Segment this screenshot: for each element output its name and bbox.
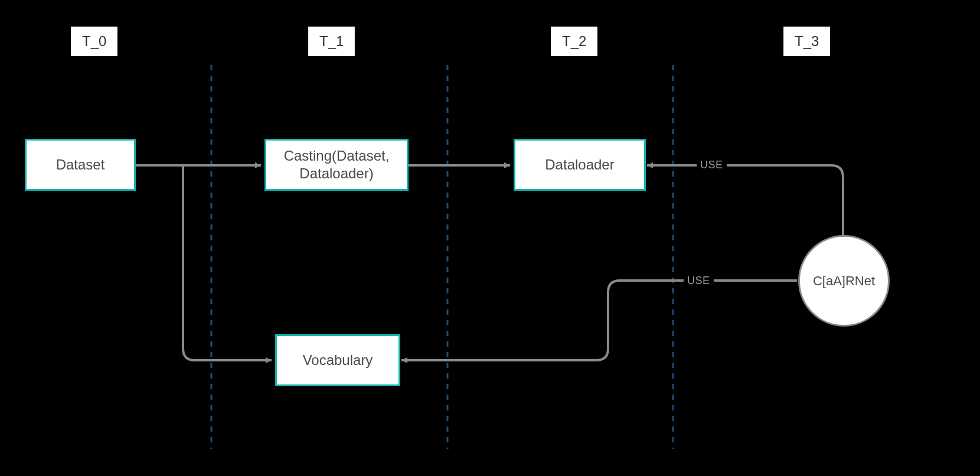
node-vocabulary: Vocabulary [275, 334, 400, 386]
node-dataset: Dataset [25, 139, 136, 191]
node-carnet: C[aA]RNet [798, 235, 890, 327]
node-dataloader: Dataloader [514, 139, 646, 191]
edge-carnet-to-dataloader [647, 165, 843, 242]
phase-label-text: T_0 [82, 33, 106, 49]
edge-label-use-dataloader: USE [697, 158, 727, 172]
phase-label-t2: T_2 [551, 27, 597, 56]
edge-label-text: USE [687, 275, 710, 286]
edge-label-text: USE [700, 159, 723, 171]
node-casting: Casting(Dataset, Dataloader) [264, 139, 409, 191]
edge-label-use-vocabulary: USE [684, 273, 714, 288]
phase-label-text: T_1 [319, 33, 344, 49]
node-label: Dataloader [545, 156, 614, 174]
edge-dataset-to-vocabulary [183, 165, 272, 360]
node-label: Dataset [56, 156, 105, 174]
diagram-stage: T_0 T_1 T_2 T_3 Dataset Casting(Dataset,… [0, 0, 980, 476]
phase-label-t0: T_0 [71, 27, 117, 56]
phase-label-text: T_3 [795, 33, 819, 49]
node-label: Vocabulary [303, 351, 373, 369]
phase-label-text: T_2 [562, 33, 586, 49]
node-label: C[aA]RNet [813, 273, 875, 289]
phase-label-t3: T_3 [783, 27, 830, 56]
phase-label-t1: T_1 [308, 27, 355, 56]
node-label: Casting(Dataset, Dataloader) [272, 147, 401, 182]
edge-carnet-to-vocabulary [401, 281, 797, 360]
